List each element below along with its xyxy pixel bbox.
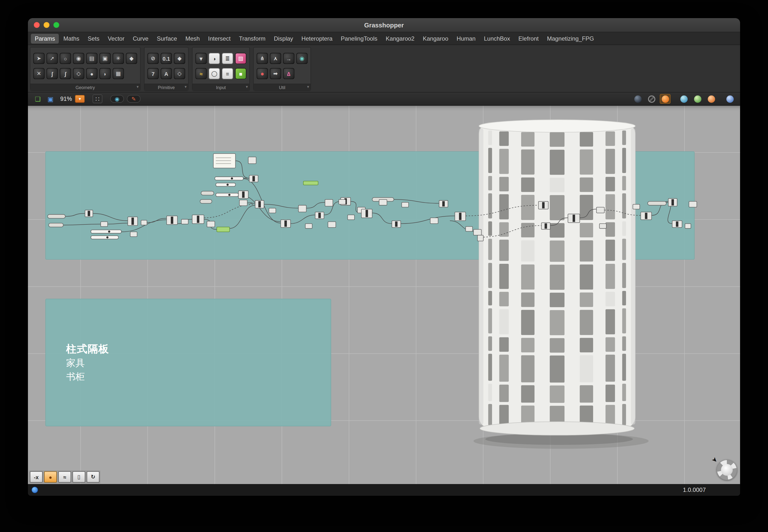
- point-tool-button[interactable]: ●: [44, 471, 57, 483]
- gh-node[interactable]: [141, 220, 147, 225]
- curve-icon[interactable]: ʃ: [46, 68, 58, 79]
- gh-node[interactable]: [201, 191, 214, 195]
- menu-elefront[interactable]: Elefront: [514, 34, 543, 43]
- gh-node[interactable]: [689, 201, 697, 207]
- menu-curve[interactable]: Curve: [129, 34, 152, 43]
- gh-node[interactable]: [477, 235, 483, 241]
- close-button[interactable]: [34, 22, 40, 28]
- menu-display[interactable]: Display: [270, 34, 297, 43]
- graph-mapper-icon[interactable]: ≈: [196, 68, 207, 79]
- domain-icon[interactable]: ◇: [174, 68, 185, 79]
- preview-off-sphere-button[interactable]: [632, 94, 643, 104]
- flask-icon[interactable]: ∆: [283, 68, 294, 79]
- curve-tool-button[interactable]: ≈: [58, 471, 71, 483]
- node-graph-svg[interactable]: [28, 106, 740, 484]
- gh-node[interactable]: [216, 193, 238, 197]
- menu-mesh[interactable]: Mesh: [181, 34, 204, 43]
- gh-node[interactable]: [600, 224, 607, 229]
- group-expand-icon[interactable]: ▾: [246, 85, 248, 89]
- expression-tool-button[interactable]: -x: [30, 471, 43, 483]
- tree-icon[interactable]: ⋔: [257, 53, 268, 64]
- data-dam-icon[interactable]: ◉: [296, 53, 308, 64]
- gh-node[interactable]: [215, 177, 243, 180]
- group-expand-icon[interactable]: ▾: [137, 85, 138, 89]
- gh-node[interactable]: [240, 200, 247, 206]
- gh-slider-grip[interactable]: [108, 231, 110, 233]
- gh-node[interactable]: [430, 218, 438, 224]
- gh-node[interactable]: [47, 214, 65, 218]
- plane-icon[interactable]: ▤: [86, 53, 97, 64]
- gh-node[interactable]: [200, 199, 212, 203]
- gh-node[interactable]: [101, 222, 107, 227]
- group-annotation[interactable]: 柱式隔板 家具 书柜: [66, 344, 109, 386]
- menu-human[interactable]: Human: [453, 34, 479, 43]
- number-icon[interactable]: 0.1: [161, 53, 172, 64]
- circle-icon[interactable]: ○: [60, 53, 71, 64]
- save-file-button[interactable]: ▣: [46, 94, 55, 103]
- button-icon[interactable]: ▼: [196, 53, 207, 64]
- menu-vector[interactable]: Vector: [104, 34, 128, 43]
- gh-slider-grip[interactable]: [231, 177, 233, 180]
- custom-display-button[interactable]: [724, 94, 735, 104]
- arc-icon[interactable]: ◉: [73, 53, 84, 64]
- panel-tool-button[interactable]: ▯: [72, 471, 85, 483]
- gh-node[interactable]: [303, 181, 318, 185]
- zoom-extents-button[interactable]: ∷: [92, 94, 102, 103]
- gh-node[interactable]: [685, 224, 691, 229]
- definition-canvas[interactable]: 柱式隔板 家具 书柜 -x ● ≈ ▯ ↻ ➤: [28, 106, 740, 484]
- navigation-ball-icon[interactable]: [717, 460, 737, 480]
- gh-node[interactable]: [181, 219, 188, 224]
- gh-node[interactable]: [597, 207, 605, 213]
- gh-node[interactable]: [648, 201, 666, 205]
- spline-icon[interactable]: ∫: [60, 68, 71, 79]
- menu-magnetizing-fpg[interactable]: Magnetizing_FPG: [543, 34, 598, 43]
- data-icon[interactable]: ◆: [174, 53, 185, 64]
- rectangle-icon[interactable]: ◇: [73, 68, 84, 79]
- menu-panelingtools[interactable]: PanelingTools: [337, 34, 381, 43]
- rendered-display-button[interactable]: [706, 94, 717, 104]
- boolean-icon[interactable]: ⊘: [147, 53, 159, 64]
- text-icon[interactable]: A: [161, 68, 172, 79]
- gh-node[interactable]: [216, 183, 235, 186]
- sketch-pen-button[interactable]: ✎: [127, 95, 140, 103]
- surface-icon[interactable]: ◗: [99, 68, 111, 79]
- gh-node[interactable]: [91, 230, 121, 233]
- gh-slider-grip[interactable]: [227, 184, 229, 186]
- jump-icon[interactable]: ➡: [270, 68, 281, 79]
- gh-node[interactable]: [348, 215, 354, 220]
- menu-sets[interactable]: Sets: [84, 34, 103, 43]
- vector-icon[interactable]: ➚: [46, 53, 58, 64]
- menu-params[interactable]: Params: [31, 34, 59, 43]
- colour-swatch-icon[interactable]: ■: [235, 68, 246, 79]
- toggle-icon[interactable]: ◑: [209, 53, 220, 64]
- integer-icon[interactable]: 7: [147, 68, 159, 79]
- gh-node[interactable]: [305, 224, 312, 229]
- gh-node[interactable]: [328, 222, 336, 228]
- gh-node[interactable]: [379, 199, 387, 205]
- menu-intersect[interactable]: Intersect: [204, 34, 235, 43]
- cherry-picker-icon[interactable]: ●: [257, 68, 268, 79]
- group-expand-icon[interactable]: ▾: [184, 85, 186, 89]
- gh-slider-grip[interactable]: [228, 194, 231, 196]
- no-preview-button[interactable]: [646, 94, 657, 104]
- zoom-dropdown-button[interactable]: ▾: [75, 95, 85, 103]
- field-icon[interactable]: ✳: [113, 53, 124, 64]
- shaded-display-button[interactable]: [692, 94, 703, 104]
- mesh-icon[interactable]: ▦: [113, 68, 124, 79]
- menu-kangaroo[interactable]: Kangaroo: [419, 34, 452, 43]
- group-expand-icon[interactable]: ▾: [307, 85, 309, 89]
- point-icon[interactable]: ✕: [33, 68, 45, 79]
- gh-slider-grip[interactable]: [106, 236, 108, 239]
- geometry-icon[interactable]: ◆: [126, 53, 137, 64]
- minimize-button[interactable]: [44, 22, 49, 28]
- gh-node[interactable]: [339, 199, 346, 204]
- gh-node[interactable]: [269, 208, 276, 213]
- gh-node[interactable]: [130, 232, 137, 237]
- gh-node[interactable]: [248, 157, 256, 164]
- gh-node[interactable]: [48, 223, 63, 227]
- gh-node[interactable]: [474, 229, 481, 235]
- relay-icon[interactable]: →: [283, 53, 294, 64]
- tree-branch-icon[interactable]: ⋏: [270, 53, 281, 64]
- gh-node[interactable]: [402, 202, 408, 207]
- gh-node[interactable]: [325, 199, 333, 206]
